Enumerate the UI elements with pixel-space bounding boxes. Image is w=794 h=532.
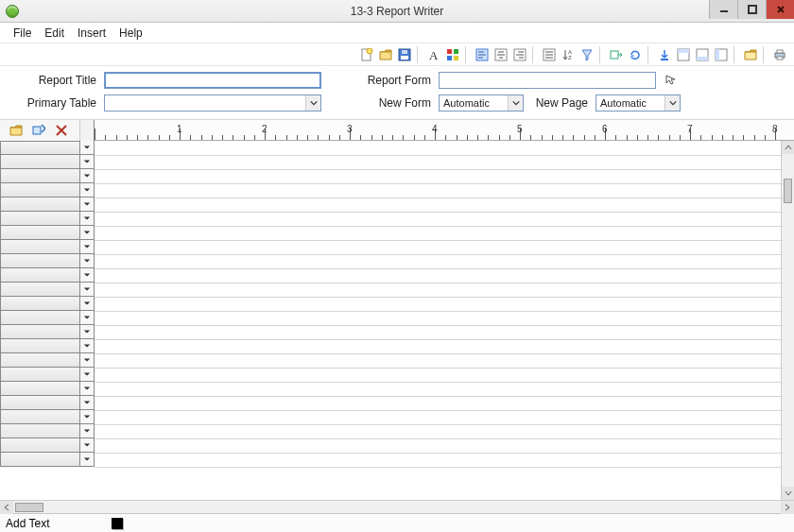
row-expand-icon[interactable] xyxy=(80,212,95,226)
menu-file[interactable]: File xyxy=(13,26,31,40)
color-swatch[interactable] xyxy=(112,518,123,529)
row-expand-icon[interactable] xyxy=(80,353,95,368)
row-expand-icon[interactable] xyxy=(80,155,95,169)
row-header[interactable] xyxy=(0,325,80,339)
row-header[interactable] xyxy=(0,141,80,155)
row-header[interactable] xyxy=(0,268,80,283)
refresh-icon[interactable] xyxy=(627,46,644,63)
print-icon[interactable] xyxy=(771,46,788,63)
report-title-field[interactable] xyxy=(104,72,321,89)
row-header[interactable] xyxy=(0,254,80,268)
svg-rect-5 xyxy=(402,50,407,54)
filter-icon[interactable] xyxy=(578,46,596,63)
ruler-number: 3 xyxy=(347,124,353,134)
save-icon[interactable] xyxy=(396,46,413,63)
close-button[interactable] xyxy=(766,0,794,19)
maximize-button[interactable] xyxy=(737,0,766,19)
row-header[interactable] xyxy=(0,339,80,353)
export-icon[interactable] xyxy=(608,46,625,63)
row-header[interactable] xyxy=(0,438,80,453)
align-center-icon[interactable] xyxy=(492,46,509,63)
row-header[interactable] xyxy=(0,368,80,382)
row-expand-icon[interactable] xyxy=(80,297,95,311)
row-header[interactable] xyxy=(0,453,80,467)
folder-icon[interactable] xyxy=(742,46,759,63)
text-icon[interactable]: A xyxy=(425,46,442,63)
row-expand-icon[interactable] xyxy=(80,438,95,453)
scroll-up-icon[interactable] xyxy=(782,141,794,154)
row-header[interactable] xyxy=(0,240,80,254)
row-expand-icon[interactable] xyxy=(80,240,95,254)
open-report-icon[interactable] xyxy=(8,122,25,139)
row-header[interactable] xyxy=(0,424,80,438)
row-header[interactable] xyxy=(0,382,80,396)
toolbar: AAZ xyxy=(0,43,794,66)
row-header[interactable] xyxy=(0,212,80,226)
new-icon[interactable] xyxy=(358,46,375,63)
design-canvas[interactable] xyxy=(95,141,794,500)
row-expand-icon[interactable] xyxy=(80,268,95,283)
row-expand-icon[interactable] xyxy=(80,396,95,410)
row-header[interactable] xyxy=(0,353,80,368)
separator xyxy=(647,46,652,63)
list-icon[interactable] xyxy=(541,46,558,63)
scroll-left-icon[interactable] xyxy=(0,501,13,514)
report-form-pointer-icon[interactable] xyxy=(664,73,679,88)
new-form-combobox[interactable]: Automatic xyxy=(439,94,524,112)
row-header[interactable] xyxy=(0,197,80,212)
col2-icon[interactable] xyxy=(694,46,711,63)
row-expand-icon[interactable] xyxy=(80,254,95,268)
row-expand-icon[interactable] xyxy=(80,410,95,424)
scroll-down-icon[interactable] xyxy=(782,487,794,500)
row-expand-icon[interactable] xyxy=(80,169,95,183)
minimize-button[interactable] xyxy=(709,0,737,19)
row-expand-icon[interactable] xyxy=(80,183,95,197)
row-header[interactable] xyxy=(0,283,80,297)
scroll-right-icon[interactable] xyxy=(781,501,794,514)
delete-icon[interactable] xyxy=(53,122,70,139)
scroll-thumb[interactable] xyxy=(784,179,792,203)
palette-icon[interactable] xyxy=(444,46,461,63)
add-field-icon[interactable] xyxy=(30,122,47,139)
menu-help[interactable]: Help xyxy=(119,26,143,40)
col1-icon[interactable] xyxy=(675,46,692,63)
row-header[interactable] xyxy=(0,297,80,311)
scroll-track[interactable] xyxy=(13,501,781,514)
row-header[interactable] xyxy=(0,396,80,410)
vertical-scrollbar[interactable] xyxy=(781,141,794,500)
row-expand-icon[interactable] xyxy=(80,141,95,155)
report-title-label: Report Title xyxy=(11,74,96,87)
row-header[interactable] xyxy=(0,311,80,325)
align-right-icon[interactable] xyxy=(511,46,528,63)
align-left-icon[interactable] xyxy=(474,46,491,63)
new-page-combobox[interactable]: Automatic xyxy=(596,94,681,112)
row-header[interactable] xyxy=(0,183,80,197)
row-expand-icon[interactable] xyxy=(80,283,95,297)
row-expand-icon[interactable] xyxy=(80,197,95,212)
row-header[interactable] xyxy=(0,410,80,424)
menu-edit[interactable]: Edit xyxy=(44,26,64,40)
horizontal-scrollbar[interactable] xyxy=(0,500,794,513)
open-icon[interactable] xyxy=(377,46,394,63)
svg-rect-24 xyxy=(716,49,719,60)
sort-icon[interactable]: AZ xyxy=(560,46,577,63)
row-header[interactable] xyxy=(0,155,80,169)
col3-icon[interactable] xyxy=(713,46,730,63)
row-expand-icon[interactable] xyxy=(80,368,95,382)
row-expand-icon[interactable] xyxy=(80,453,95,467)
row-header[interactable] xyxy=(0,226,80,240)
row-expand-icon[interactable] xyxy=(80,325,95,339)
report-form-field[interactable] xyxy=(439,72,656,89)
move-down-icon[interactable] xyxy=(656,46,673,63)
menu-insert[interactable]: Insert xyxy=(78,26,106,40)
row-expand-icon[interactable] xyxy=(80,311,95,325)
svg-point-2 xyxy=(367,48,372,54)
row-expand-icon[interactable] xyxy=(80,339,95,353)
row-expand-icon[interactable] xyxy=(80,382,95,396)
row-expand-icon[interactable] xyxy=(80,424,95,438)
scroll-thumb-h[interactable] xyxy=(15,503,43,512)
report-form-label: Report Form xyxy=(355,74,431,87)
row-expand-icon[interactable] xyxy=(80,226,95,240)
row-header[interactable] xyxy=(0,169,80,183)
primary-table-combobox[interactable] xyxy=(104,94,321,112)
